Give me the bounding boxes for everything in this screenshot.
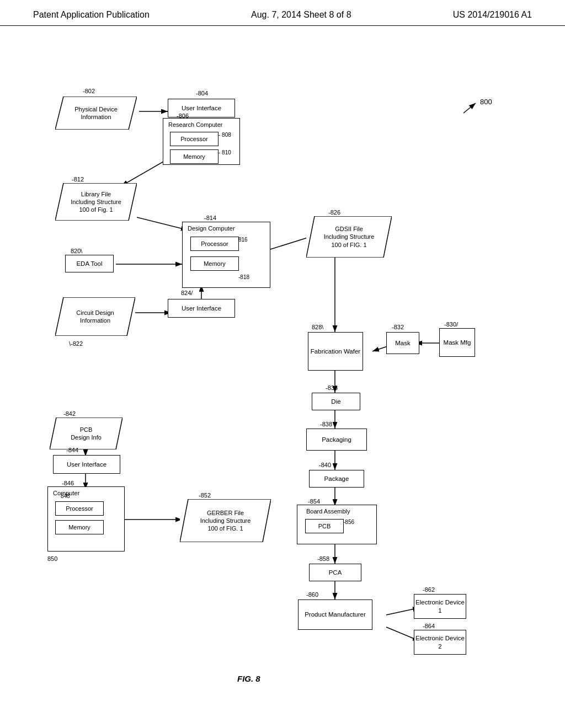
diagram: 800 Physical DeviceInformation -802 User… — [0, 26, 565, 710]
fig-caption: FIG. 8 — [237, 674, 260, 683]
ref-846: -846 — [62, 480, 74, 486]
ref-806: -806 — [177, 113, 189, 119]
header-right: US 2014/219016 A1 — [453, 10, 532, 20]
memory-810: Memory — [170, 149, 218, 164]
ref-828: 828\ — [312, 324, 323, 330]
ref-836: -836 — [326, 384, 338, 391]
physical-device-label: Physical DeviceInformation — [74, 105, 118, 121]
user-interface-824: User Interface — [168, 299, 235, 318]
ref-818: -818 — [238, 274, 249, 280]
board-assembly-label: Board Assembly — [306, 507, 350, 515]
ref-812: -812 — [72, 176, 84, 183]
gerber-file-para: GERBER FileIncluding Structure100 of FIG… — [180, 499, 271, 542]
user-interface-844: User Interface — [53, 455, 120, 474]
ref-820: 820\ — [71, 248, 82, 254]
circuit-design-label: Circuit DesignInformation — [76, 309, 114, 325]
package-box: Package — [309, 470, 364, 488]
eda-tool-box: EDA Tool — [65, 255, 114, 272]
design-computer-label: Design Computer — [188, 224, 235, 232]
ref-832: -832 — [392, 324, 404, 330]
mask-mfg-box: Mask Mfg — [439, 328, 475, 357]
ref-814: -814 — [204, 215, 216, 221]
pcb-856: PCB — [305, 519, 344, 533]
die-box: Die — [312, 393, 360, 410]
ref-802: -802 — [83, 88, 95, 94]
electronic-device-2-box: Electronic Device 2 — [414, 630, 466, 655]
ref-826: -826 — [328, 209, 340, 216]
research-computer-label: Research Computer — [168, 121, 222, 129]
pcb-design-label: PCBDesign Info — [71, 426, 102, 442]
ref-816: 816 — [238, 237, 248, 243]
ref-848: 848 — [61, 493, 70, 499]
pcb-design-para: PCBDesign Info — [50, 417, 122, 449]
physical-device-para: Physical DeviceInformation — [55, 97, 137, 130]
header: Patent Application Publication Aug. 7, 2… — [0, 0, 565, 26]
processor-808: Processor — [170, 132, 218, 146]
gerber-file-label: GERBER FileIncluding Structure100 of FIG… — [200, 509, 251, 533]
library-file-para: Library FileIncluding Structure100 of Fi… — [55, 183, 137, 221]
ref-822: \-822 — [69, 340, 83, 347]
ref-862: -862 — [423, 586, 435, 593]
ref-844: -844 — [66, 447, 78, 453]
ref-858: -858 — [317, 555, 329, 562]
gdsii-file-para: GDSII FileIncluding Structure100 of FIG.… — [306, 216, 392, 258]
header-left: Patent Application Publication — [33, 10, 150, 20]
header-center: Aug. 7, 2014 Sheet 8 of 8 — [251, 10, 351, 20]
memory-850: Memory — [55, 520, 104, 534]
pca-box: PCA — [309, 564, 361, 581]
ref-804: -804 — [196, 90, 208, 97]
ref-824: 824/ — [181, 290, 193, 296]
mask-box: Mask — [386, 332, 419, 354]
fig-800-label: 800 — [480, 98, 492, 106]
gdsii-file-label: GDSII FileIncluding Structure100 of FIG.… — [324, 225, 375, 249]
ref-852: -852 — [199, 492, 211, 499]
ref-840: -840 — [319, 462, 331, 468]
ref-842: -842 — [63, 410, 76, 417]
product-manufacturer-box: Product Manufacturer — [298, 599, 372, 630]
fabrication-wafer-box: Fabrication Wafer — [308, 332, 363, 371]
ref-838: -838 — [320, 421, 332, 427]
ref-810: - 810 — [218, 149, 231, 156]
library-file-label: Library FileIncluding Structure100 of Fi… — [71, 190, 121, 214]
ref-830: -830/ — [444, 321, 458, 328]
ref-856: -856 — [343, 519, 354, 525]
ref-854: -854 — [308, 498, 320, 505]
memory-818: Memory — [190, 256, 239, 271]
svg-line-24 — [463, 103, 476, 113]
ref-864: -864 — [423, 623, 435, 629]
circuit-design-para: Circuit DesignInformation — [55, 297, 135, 336]
electronic-device-1-box: Electronic Device 1 — [414, 594, 466, 619]
page: Patent Application Publication Aug. 7, 2… — [0, 0, 565, 728]
ref-808: - 808 — [218, 132, 231, 138]
ref-850: 850 — [47, 555, 57, 562]
processor-816: Processor — [190, 237, 239, 251]
packaging-box: Packaging — [306, 429, 367, 451]
ref-860: -860 — [306, 591, 318, 598]
processor-848: Processor — [55, 501, 104, 516]
